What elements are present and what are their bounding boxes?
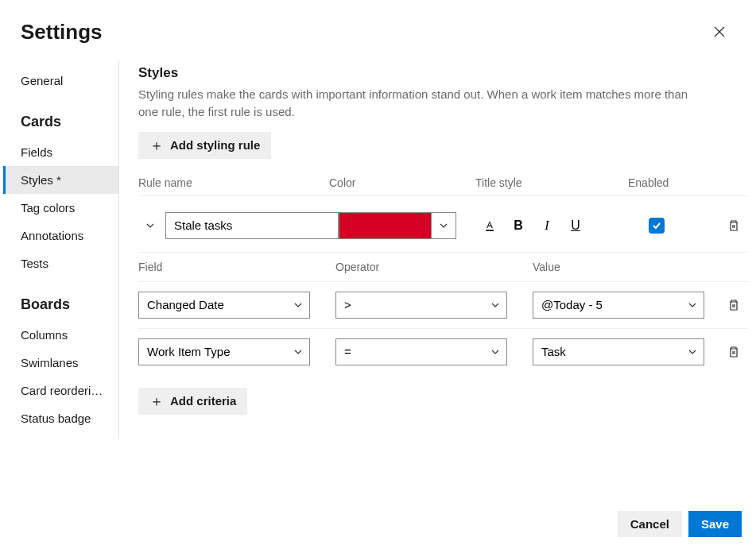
operator-select-value: >: [344, 298, 351, 311]
value-select-value: @Today - 5: [541, 298, 603, 311]
style-rule-row: B I U: [138, 195, 748, 252]
operator-select[interactable]: >: [335, 292, 507, 319]
expand-toggle[interactable]: [138, 216, 162, 235]
col-header-field: Field: [138, 261, 335, 273]
svg-rect-2: [486, 230, 494, 231]
section-title: Styles: [138, 65, 748, 81]
sidebar-item-swimlanes[interactable]: Swimlanes: [3, 349, 118, 377]
trash-icon: [727, 299, 740, 311]
field-select-value: Changed Date: [147, 298, 224, 311]
sidebar-item-annotations[interactable]: Annotations: [3, 222, 118, 249]
criteria-row: Work Item Type = Task: [138, 328, 748, 375]
trash-icon: [727, 219, 740, 232]
delete-rule-button[interactable]: [724, 216, 743, 235]
font-color-icon: [483, 219, 496, 232]
chevron-down-icon: [293, 300, 303, 310]
enabled-checkbox[interactable]: [649, 218, 665, 234]
sidebar-item-status-badge[interactable]: Status badge: [3, 404, 118, 432]
cancel-button[interactable]: Cancel: [618, 511, 682, 537]
sidebar-item-tests[interactable]: Tests: [3, 249, 118, 277]
col-header-operator: Operator: [335, 261, 533, 273]
delete-criteria-button[interactable]: [724, 296, 743, 315]
operator-select-value: =: [344, 345, 351, 358]
section-description: Styling rules make the cards with import…: [138, 86, 711, 121]
save-button[interactable]: Save: [688, 511, 742, 537]
font-color-button[interactable]: [480, 216, 499, 235]
trash-icon: [727, 346, 740, 358]
sidebar-item-styles[interactable]: Styles *: [3, 166, 118, 194]
field-select-value: Work Item Type: [147, 345, 230, 358]
sidebar-item-tag-colors[interactable]: Tag colors: [3, 194, 118, 222]
chevron-down-icon: [490, 300, 500, 310]
sidebar: General Cards Fields Styles * Tag colors…: [0, 60, 119, 439]
color-swatch[interactable]: [339, 212, 431, 239]
add-criteria-label: Add criteria: [170, 394, 236, 408]
sidebar-item-fields[interactable]: Fields: [3, 138, 118, 166]
chevron-down-icon: [145, 221, 155, 230]
field-select[interactable]: Work Item Type: [138, 338, 310, 365]
col-header-enabled: Enabled: [628, 176, 692, 189]
plus-icon: ＋: [149, 394, 164, 408]
operator-select[interactable]: =: [335, 338, 507, 365]
col-header-title-style: Title style: [475, 176, 628, 189]
page-title: Settings: [21, 20, 103, 44]
col-header-color: Color: [329, 176, 475, 189]
col-header-value: Value: [533, 261, 748, 273]
value-select-value: Task: [541, 345, 566, 358]
add-styling-rule-button[interactable]: ＋ Add styling rule: [138, 132, 271, 159]
value-select[interactable]: Task: [533, 338, 704, 365]
sidebar-item-general[interactable]: General: [3, 67, 118, 95]
field-select[interactable]: Changed Date: [138, 292, 310, 319]
add-styling-rule-label: Add styling rule: [170, 138, 260, 152]
rule-name-input[interactable]: [165, 212, 339, 239]
bold-button[interactable]: B: [509, 216, 528, 235]
underline-button[interactable]: U: [566, 216, 585, 235]
color-dropdown[interactable]: [431, 212, 456, 239]
sidebar-heading-cards: Cards: [3, 107, 118, 138]
italic-button[interactable]: I: [537, 216, 556, 235]
add-criteria-button[interactable]: ＋ Add criteria: [138, 388, 247, 415]
sidebar-heading-boards: Boards: [3, 290, 118, 321]
chevron-down-icon: [490, 347, 500, 357]
chevron-down-icon: [688, 300, 697, 310]
value-select[interactable]: @Today - 5: [533, 292, 704, 319]
chevron-down-icon: [439, 221, 448, 230]
chevron-down-icon: [293, 347, 303, 357]
check-icon: [652, 221, 661, 230]
chevron-down-icon: [688, 347, 697, 357]
sidebar-item-columns[interactable]: Columns: [3, 321, 118, 349]
close-icon: [714, 26, 725, 37]
close-button[interactable]: [707, 19, 732, 44]
plus-icon: ＋: [149, 138, 164, 153]
delete-criteria-button[interactable]: [724, 342, 743, 361]
col-header-rule-name: Rule name: [138, 176, 329, 189]
main-content: Styles Styling rules make the cards with…: [119, 60, 756, 439]
criteria-row: Changed Date > @Today - 5: [138, 281, 748, 328]
sidebar-item-card-reordering[interactable]: Card reorderi…: [3, 377, 118, 404]
